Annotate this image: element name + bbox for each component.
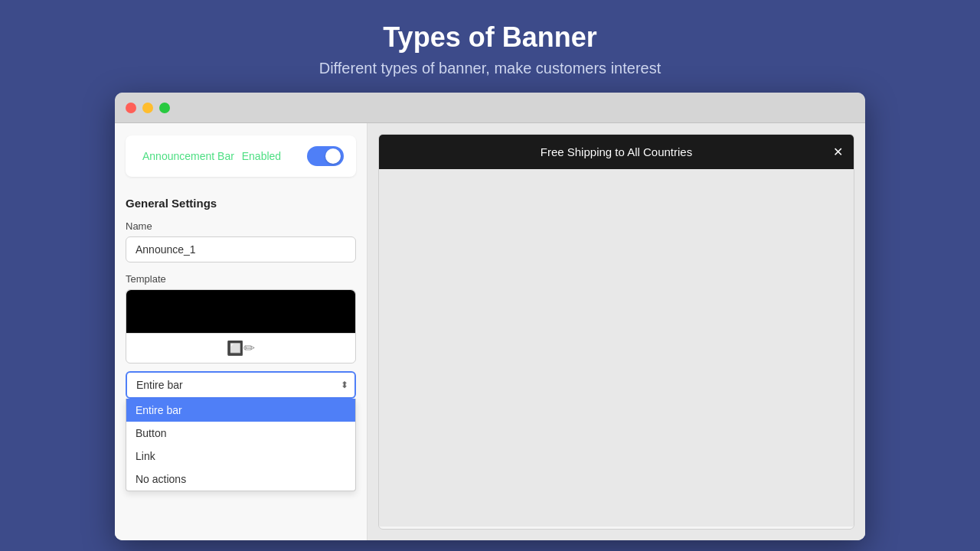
preview-window: Free Shipping to All Countries ✕ bbox=[378, 134, 854, 530]
announcement-bar-label: Announcement Bar Enabled bbox=[138, 150, 281, 162]
mac-titlebar bbox=[115, 93, 865, 123]
template-select[interactable]: Entire bar Button Link No actions bbox=[126, 371, 356, 399]
right-panel: Free Shipping to All Countries ✕ bbox=[368, 123, 865, 540]
dropdown-options: Entire bar Button Link No actions bbox=[126, 399, 356, 491]
general-settings-title: General Settings bbox=[126, 197, 356, 210]
template-label: Template bbox=[126, 273, 356, 285]
preview-body bbox=[379, 169, 854, 527]
dropdown-option-no-actions[interactable]: No actions bbox=[126, 468, 355, 491]
template-select-wrapper: Entire bar Button Link No actions ⬍ Enti… bbox=[126, 371, 356, 399]
template-preview bbox=[126, 290, 355, 333]
mac-fullscreen-button[interactable] bbox=[159, 103, 170, 113]
name-input[interactable] bbox=[126, 236, 356, 262]
announcement-bar-toggle[interactable] bbox=[307, 146, 344, 166]
template-wrapper: 🔲✏ bbox=[126, 289, 356, 364]
mac-window: Announcement Bar Enabled General Setting… bbox=[115, 93, 865, 540]
preview-banner-close-button[interactable]: ✕ bbox=[833, 145, 843, 159]
dropdown-option-button[interactable]: Button bbox=[126, 422, 355, 445]
left-panel: Announcement Bar Enabled General Setting… bbox=[115, 123, 368, 540]
mac-minimize-button[interactable] bbox=[142, 103, 153, 113]
template-edit-icon[interactable]: 🔲✏ bbox=[227, 340, 255, 357]
mac-close-button[interactable] bbox=[126, 103, 136, 113]
announcement-bar-toggle-section: Announcement Bar Enabled bbox=[126, 135, 356, 177]
preview-banner: Free Shipping to All Countries ✕ bbox=[379, 135, 854, 169]
dropdown-option-link[interactable]: Link bbox=[126, 445, 355, 468]
page-subtitle: Different types of banner, make customer… bbox=[319, 60, 662, 77]
announcement-bar-status: Enabled bbox=[242, 150, 281, 162]
page-title: Types of Banner bbox=[319, 21, 662, 54]
dropdown-option-entire-bar[interactable]: Entire bar bbox=[126, 399, 355, 422]
name-label: Name bbox=[126, 220, 356, 232]
general-settings-section: General Settings Name Template 🔲✏ Entire… bbox=[115, 189, 367, 409]
preview-banner-text: Free Shipping to All Countries bbox=[541, 145, 692, 158]
page-header: Types of Banner Different types of banne… bbox=[319, 0, 662, 93]
window-content: Announcement Bar Enabled General Setting… bbox=[115, 123, 865, 540]
template-bottom: 🔲✏ bbox=[126, 333, 355, 363]
